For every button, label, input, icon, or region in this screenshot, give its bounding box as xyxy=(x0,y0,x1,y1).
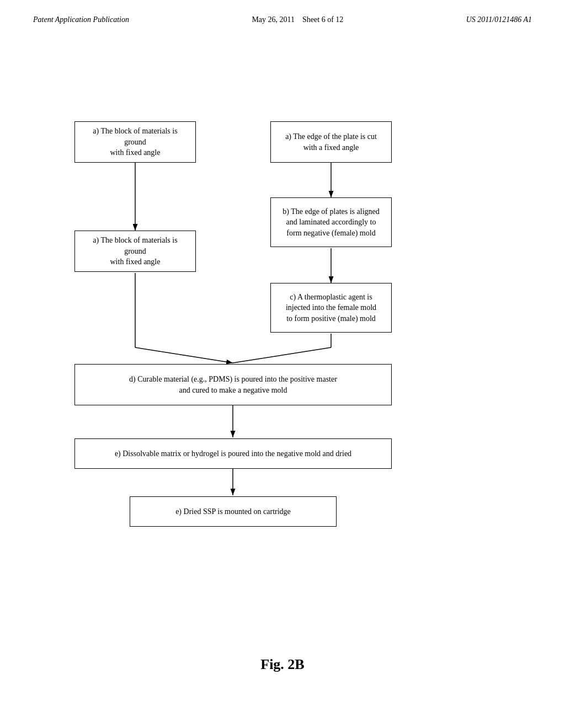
box-d-text: d) Curable material (e.g., PDMS) is pour… xyxy=(129,374,337,395)
box-a3: a) The block of materials is groundwith … xyxy=(74,231,196,272)
diagram-area: a) The block of materials is groundwith … xyxy=(33,77,532,618)
figure-label: Fig. 2B xyxy=(260,656,304,672)
box-e2: e) Dried SSP is mounted on cartridge xyxy=(130,496,337,527)
box-a2-text: a) The edge of the plate is cutwith a fi… xyxy=(285,131,377,153)
box-b-text: b) The edge of plates is alignedand lami… xyxy=(282,206,379,239)
header-patent-number: US 2011/0121486 A1 xyxy=(466,15,532,24)
box-b: b) The edge of plates is alignedand lami… xyxy=(270,197,392,247)
box-a1: a) The block of materials is groundwith … xyxy=(74,121,196,163)
header-date-sheet: May 26, 2011 Sheet 6 of 12 xyxy=(252,15,343,24)
box-d: d) Curable material (e.g., PDMS) is pour… xyxy=(74,364,392,405)
header-sheet: Sheet 6 of 12 xyxy=(302,15,343,24)
page-header: Patent Application Publication May 26, 2… xyxy=(0,0,565,24)
box-e1: e) Dissolvable matrix or hydrogel is pou… xyxy=(74,438,392,469)
header-publication-label: Patent Application Publication xyxy=(33,15,129,24)
svg-line-5 xyxy=(135,347,233,363)
box-c: c) A thermoplastic agent isinjected into… xyxy=(270,283,392,333)
box-c-text: c) A thermoplastic agent isinjected into… xyxy=(286,292,376,324)
figure-caption: Fig. 2B xyxy=(0,656,565,673)
header-date: May 26, 2011 xyxy=(252,15,295,24)
box-e2-text: e) Dried SSP is mounted on cartridge xyxy=(175,506,291,517)
box-e1-text: e) Dissolvable matrix or hydrogel is pou… xyxy=(115,448,351,459)
svg-line-7 xyxy=(233,347,331,363)
box-a3-text: a) The block of materials is groundwith … xyxy=(82,235,189,267)
box-a1-text: a) The block of materials is groundwith … xyxy=(82,126,189,158)
box-a2-right: a) The edge of the plate is cutwith a fi… xyxy=(270,121,392,163)
